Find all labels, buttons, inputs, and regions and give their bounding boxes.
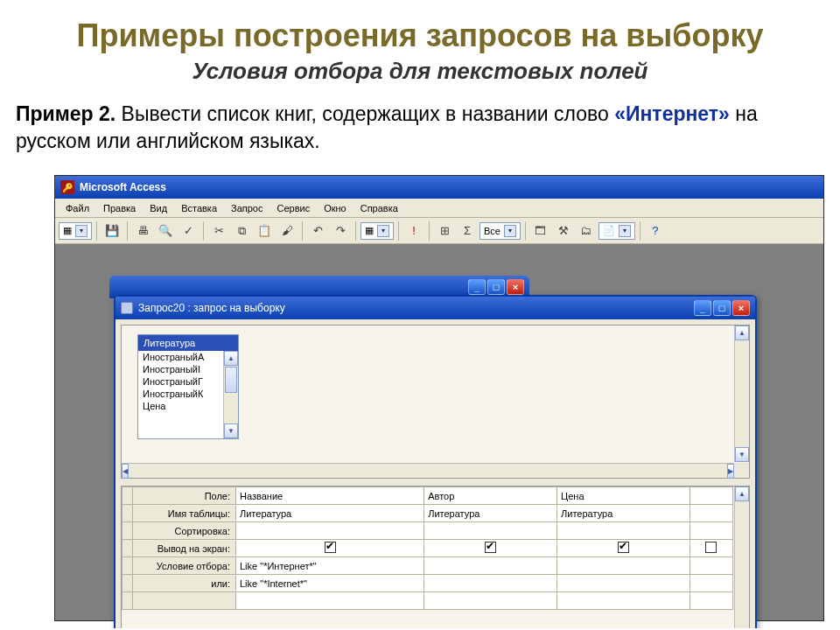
cell-field[interactable]: Автор <box>424 487 557 505</box>
menu-query[interactable]: Запрос <box>226 201 268 215</box>
grid-row-extra <box>122 592 733 610</box>
pane-vscroll[interactable]: ▲ ▼ <box>734 326 749 462</box>
scroll-down-icon[interactable]: ▼ <box>224 424 238 438</box>
example-part1: Вывести список книг, содержащих в назван… <box>116 102 614 125</box>
pane-hscroll[interactable]: ◀ ▶ <box>122 463 734 478</box>
print-button[interactable]: 🖶 <box>132 220 153 242</box>
menubar[interactable]: Файл Правка Вид Вставка Запрос Сервис Ок… <box>55 199 823 218</box>
cell-field[interactable]: Название <box>236 487 424 505</box>
totals-button[interactable]: Σ <box>457 220 478 242</box>
run-button[interactable]: ! <box>403 220 424 242</box>
cut-button[interactable]: ✂ <box>208 220 229 242</box>
row-selector[interactable] <box>122 522 133 540</box>
menu-tools[interactable]: Сервис <box>271 201 315 215</box>
db-window-button[interactable]: 🗂 <box>576 220 597 242</box>
grid-row-or: или: Like "*Internet*" <box>122 575 733 592</box>
scroll-up-icon[interactable]: ▲ <box>735 486 749 501</box>
cell-show[interactable] <box>236 540 424 557</box>
view-combo[interactable]: ▦ ▾ <box>59 222 92 240</box>
cell-or[interactable] <box>557 575 690 592</box>
build-button[interactable]: ⚒ <box>553 220 574 242</box>
scroll-left-icon[interactable]: ◀ <box>122 464 129 479</box>
row-selector[interactable] <box>122 557 133 575</box>
top-values-combo[interactable]: Все ▾ <box>480 222 521 240</box>
cell-criteria[interactable] <box>424 557 557 575</box>
checkbox-icon[interactable] <box>485 542 496 553</box>
undo-button[interactable]: ↶ <box>307 220 328 242</box>
spell-button[interactable]: ✓ <box>178 220 199 242</box>
grid-row-sort: Сортировка: <box>122 522 733 540</box>
menu-window[interactable]: Окно <box>318 201 352 215</box>
menu-edit[interactable]: Правка <box>98 201 141 215</box>
help-button[interactable]: ? <box>645 220 666 242</box>
format-painter-button[interactable]: 🖌 <box>276 220 298 242</box>
row-selector[interactable] <box>122 487 133 505</box>
close-icon[interactable]: × <box>732 300 750 316</box>
field-list-vscroll[interactable]: ▲ ▼ <box>223 351 238 438</box>
cell-criteria[interactable] <box>690 557 732 575</box>
query-design-window[interactable]: Запрос20 : запрос на выборку _ □ × Литер… <box>114 295 757 630</box>
query-window-title: Запрос20 : запрос на выборку <box>138 302 285 314</box>
checkbox-icon[interactable] <box>325 542 336 553</box>
close-icon[interactable]: × <box>507 279 524 295</box>
maximize-icon[interactable]: □ <box>487 279 505 295</box>
cell-show[interactable] <box>557 540 690 557</box>
slide-title: Примеры построения запросов на выборку <box>0 0 840 54</box>
redo-button[interactable]: ↷ <box>330 220 351 242</box>
row-label-table: Имя таблицы: <box>133 505 236 522</box>
row-selector[interactable] <box>122 540 133 557</box>
maximize-icon[interactable]: □ <box>713 300 731 316</box>
cell-criteria[interactable] <box>557 557 690 575</box>
cell-table[interactable] <box>690 505 732 522</box>
preview-button[interactable]: 🔍 <box>155 220 176 242</box>
query-titlebar[interactable]: Запрос20 : запрос на выборку _ □ × <box>116 297 755 319</box>
menu-view[interactable]: Вид <box>144 201 172 215</box>
cell-field[interactable] <box>690 487 732 505</box>
cell-sort[interactable] <box>236 522 424 540</box>
minimize-icon[interactable]: _ <box>468 279 486 295</box>
query-type-combo[interactable]: ▦ ▾ <box>360 222 394 240</box>
design-grid[interactable]: Поле: Название Автор Цена Имя таблицы: Л… <box>122 486 733 610</box>
table-pane[interactable]: Литература ИностраныйА ИностраныйI Иност… <box>121 325 750 479</box>
table-title: Литература <box>138 335 238 351</box>
checkbox-icon[interactable] <box>705 542 717 553</box>
paste-button[interactable]: 📋 <box>254 220 275 242</box>
new-object-combo[interactable]: 📄 ▾ <box>598 222 635 240</box>
menu-help[interactable]: Справка <box>355 201 403 215</box>
cell-field[interactable]: Цена <box>557 487 690 505</box>
cell-sort[interactable] <box>424 522 557 540</box>
checkbox-icon[interactable] <box>618 542 629 553</box>
show-table-button[interactable]: ⊞ <box>434 220 455 242</box>
grid-vscroll[interactable]: ▲ ▼ <box>734 486 749 630</box>
scroll-right-icon[interactable]: ▶ <box>727 464 734 479</box>
cell-show[interactable] <box>424 540 557 557</box>
minimize-icon[interactable]: _ <box>694 300 711 316</box>
cell-table[interactable]: Литература <box>557 505 690 522</box>
cell-or[interactable]: Like "*Internet*" <box>236 575 424 592</box>
properties-button[interactable]: 🗔 <box>530 220 551 242</box>
scroll-thumb[interactable] <box>225 367 237 393</box>
cell-table[interactable]: Литература <box>236 505 424 522</box>
copy-button[interactable]: ⧉ <box>231 220 252 242</box>
cell-table[interactable]: Литература <box>424 505 557 522</box>
row-label-field: Поле: <box>133 487 236 505</box>
menu-insert[interactable]: Вставка <box>176 201 222 215</box>
design-grid-pane[interactable]: Поле: Название Автор Цена Имя таблицы: Л… <box>121 486 750 630</box>
cell-or[interactable] <box>690 575 732 592</box>
menu-file[interactable]: Файл <box>60 201 94 215</box>
row-selector[interactable] <box>122 575 133 592</box>
scroll-up-icon[interactable]: ▲ <box>224 351 238 366</box>
app-titlebar[interactable]: 🔑 Microsoft Access <box>55 176 823 199</box>
cell-sort[interactable] <box>557 522 690 540</box>
toolbar[interactable]: ▦ ▾ 💾 🖶 🔍 ✓ ✂ ⧉ 📋 🖌 ↶ ↷ ▦ ▾ ! ⊞ Σ Все ▾ … <box>55 218 823 244</box>
row-selector[interactable] <box>122 505 133 522</box>
cell-criteria[interactable]: Like "*Интернет*" <box>236 557 424 575</box>
table-field-list[interactable]: Литература ИностраныйА ИностраныйI Иност… <box>137 334 239 439</box>
cell-or[interactable] <box>424 575 557 592</box>
cell-show[interactable] <box>690 540 732 557</box>
save-button[interactable]: 💾 <box>102 220 122 242</box>
scroll-down-icon[interactable]: ▼ <box>735 447 749 462</box>
scroll-up-icon[interactable]: ▲ <box>735 326 749 340</box>
row-selector[interactable] <box>122 592 133 610</box>
cell-sort[interactable] <box>690 522 732 540</box>
